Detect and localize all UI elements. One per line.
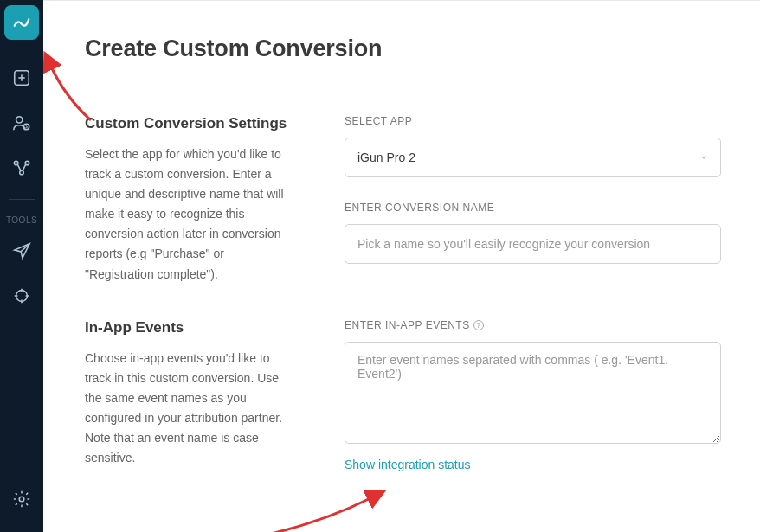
section-inapp-events: In-App Events Choose in-app events you'd…	[85, 319, 736, 472]
section-title-settings: Custom Conversion Settings	[85, 115, 293, 132]
settings-icon[interactable]	[11, 489, 32, 510]
label-select-app: SELECT APP	[345, 115, 721, 127]
audiences-icon[interactable]: $	[11, 112, 32, 133]
page-title: Create Custom Conversion	[85, 35, 736, 62]
section-desc-settings: Select the app for which you'd like to t…	[85, 144, 293, 285]
chevron-down-icon	[699, 151, 708, 164]
label-conversion-name: ENTER CONVERSION NAME	[345, 202, 721, 214]
logo[interactable]	[4, 5, 39, 40]
sidebar-separator	[9, 199, 35, 200]
inapp-events-input[interactable]	[345, 342, 721, 444]
tools-label: TOOLS	[6, 215, 37, 225]
help-icon[interactable]: ?	[473, 320, 484, 330]
svg-point-6	[14, 161, 18, 165]
main-content: Create Custom Conversion Custom Conversi…	[43, 0, 760, 532]
section-title-events: In-App Events	[85, 319, 293, 337]
divider	[85, 87, 736, 87]
flow-icon[interactable]	[11, 157, 32, 178]
svg-point-10	[16, 291, 28, 302]
svg-point-15	[19, 497, 24, 502]
section-custom-conversion: Custom Conversion Settings Select the ap…	[85, 115, 736, 285]
section-desc-events: Choose in-app events you'd like to track…	[85, 349, 293, 469]
label-inapp-events: ENTER IN-APP EVENTS ?	[345, 319, 721, 331]
select-app-value: iGun Pro 2	[357, 151, 415, 164]
conversion-name-input[interactable]	[345, 224, 721, 264]
select-app-dropdown[interactable]: iGun Pro 2	[345, 138, 721, 177]
annotation-arrow-2	[251, 489, 390, 532]
svg-point-7	[25, 161, 29, 165]
add-icon[interactable]	[11, 67, 32, 88]
sidebar: $ TOOLS	[0, 0, 43, 532]
target-icon[interactable]	[11, 285, 32, 306]
show-integration-status-link[interactable]: Show integration status	[345, 458, 471, 471]
send-icon[interactable]	[11, 240, 32, 261]
svg-point-3	[16, 117, 23, 123]
